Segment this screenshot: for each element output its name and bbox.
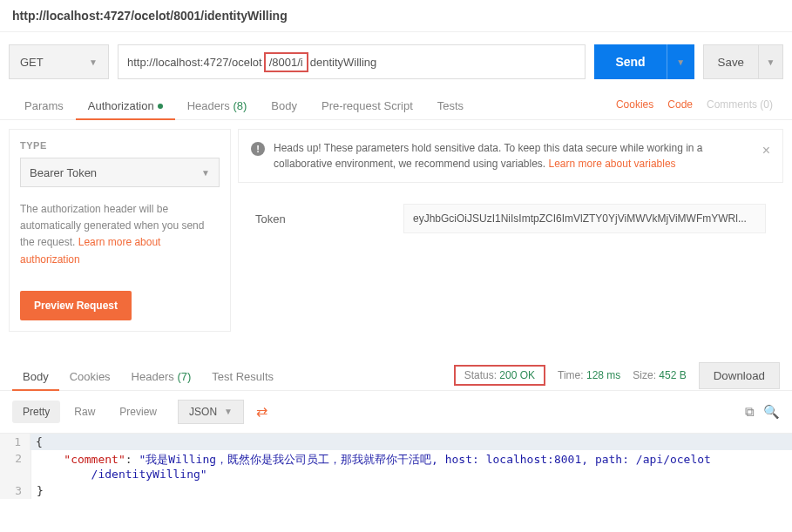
view-pretty[interactable]: Pretty <box>12 401 60 423</box>
alert-text: Heads up! These parameters hold sensitiv… <box>274 140 754 172</box>
response-editor[interactable]: 1{ 2 "comment": "我是Willing，既然你是我公司员工，那我就… <box>0 433 792 499</box>
wrap-icon[interactable]: ⇄ <box>256 403 267 420</box>
auth-help-text: The authorization header will be automat… <box>20 201 220 268</box>
chevron-down-icon: ▼ <box>767 57 775 67</box>
type-label: TYPE <box>20 140 220 151</box>
save-more-button[interactable]: ▼ <box>759 44 783 79</box>
rtab-cookies[interactable]: Cookies <box>59 361 121 390</box>
method-select[interactable]: GET ▼ <box>9 44 109 79</box>
method-label: GET <box>20 56 44 69</box>
format-select[interactable]: JSON▼ <box>178 400 244 424</box>
preview-request-button[interactable]: Preview Request <box>20 291 132 320</box>
url-pre: http://localhost:4727/ocelot <box>127 56 262 69</box>
download-button[interactable]: Download <box>699 362 780 389</box>
tab-prerequest[interactable]: Pre-request Script <box>309 91 425 119</box>
send-group: Send ▼ <box>594 44 694 79</box>
rtab-headers[interactable]: Headers (7) <box>121 361 202 390</box>
url-post: dentityWilling <box>310 56 377 69</box>
url-highlight: /8001/i <box>264 52 308 72</box>
auth-right: ! Heads up! These parameters hold sensit… <box>238 129 783 332</box>
send-more-button[interactable]: ▼ <box>667 44 694 79</box>
request-tabs: Params Authorization Headers (8) Body Pr… <box>0 88 792 120</box>
tab-headers[interactable]: Headers (8) <box>175 91 260 119</box>
json-key: "comment" <box>64 453 125 466</box>
url-input[interactable]: http://localhost:4727/ocelot/8001/identi… <box>118 44 586 79</box>
variables-alert: ! Heads up! These parameters hold sensit… <box>238 129 783 183</box>
info-icon: ! <box>251 142 265 156</box>
save-group: Save ▼ <box>703 44 783 79</box>
copy-icon[interactable]: ⧉ <box>745 404 755 420</box>
auth-panel: TYPE Bearer Token ▼ The authorization he… <box>0 120 792 340</box>
view-raw[interactable]: Raw <box>64 401 105 423</box>
token-row: Token eyJhbGciOiJSUzI1NiIsImtpZCI6ImVlZT… <box>238 195 783 242</box>
active-dot-icon <box>158 104 163 109</box>
learn-variables-link[interactable]: Learn more about variables <box>549 158 676 170</box>
link-comments[interactable]: Comments (0) <box>700 90 780 119</box>
chevron-down-icon: ▼ <box>201 168 210 178</box>
auth-left: TYPE Bearer Token ▼ The authorization he… <box>9 129 231 332</box>
auth-type-select[interactable]: Bearer Token ▼ <box>20 158 220 187</box>
tab-body[interactable]: Body <box>259 91 309 119</box>
view-preview[interactable]: Preview <box>109 401 167 423</box>
token-label: Token <box>255 212 403 226</box>
link-code[interactable]: Code <box>660 90 700 119</box>
link-cookies[interactable]: Cookies <box>609 90 660 119</box>
search-icon[interactable]: 🔍 <box>763 404 780 420</box>
tab-params[interactable]: Params <box>12 91 76 119</box>
tab-tests[interactable]: Tests <box>425 91 476 119</box>
token-input[interactable]: eyJhbGciOiJSUzI1NiIsImtpZCI6ImVlZTY0YjVi… <box>403 204 766 233</box>
status-box: Status: 200 OK <box>454 365 545 386</box>
json-value: "我是Willing，既然你是我公司员工，那我就帮你干活吧, host: loc… <box>37 453 711 481</box>
response-tabs: Body Cookies Headers (7) Test Results St… <box>0 358 792 391</box>
response-toolbar: Pretty Raw Preview JSON▼ ⇄ ⧉ 🔍 <box>0 391 792 433</box>
chevron-down-icon: ▼ <box>224 407 233 416</box>
page-title: http://localhost:4727/ocelot/8001/identi… <box>0 0 792 32</box>
close-icon[interactable]: × <box>762 140 770 161</box>
response-status: Status: 200 OK Time: 128 ms Size: 452 B <box>454 365 687 386</box>
tab-authorization[interactable]: Authorization <box>76 91 175 119</box>
request-row: GET ▼ http://localhost:4727/ocelot/8001/… <box>0 32 792 88</box>
save-button[interactable]: Save <box>703 44 759 79</box>
send-button[interactable]: Send <box>594 44 666 79</box>
chevron-down-icon: ▼ <box>676 57 685 67</box>
chevron-down-icon: ▼ <box>89 57 98 67</box>
rtab-body[interactable]: Body <box>12 361 59 390</box>
rtab-tests[interactable]: Test Results <box>201 361 284 390</box>
